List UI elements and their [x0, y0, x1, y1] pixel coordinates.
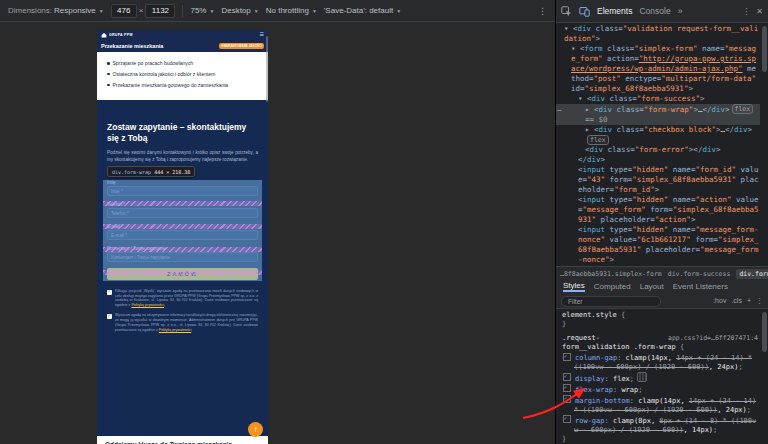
syntax-segment: placeholder=: [596, 215, 655, 224]
syntax-segment: >: [748, 125, 753, 134]
flex-gap-hatch: [103, 270, 262, 275]
property-value[interactable]: flex: [613, 375, 630, 383]
property-enabled-checkbox[interactable]: [563, 395, 571, 403]
css-property[interactable]: margin-bottom: clamp(14px, 14px + (24 - …: [562, 395, 758, 415]
css-selector[interactable]: element.style: [562, 311, 617, 319]
consent-checkbox[interactable]: [107, 314, 112, 319]
syntax-segment: "simplex_68f8aebba5931": [632, 175, 736, 184]
toggle-hover-state[interactable]: :hov: [713, 297, 726, 305]
stylesheet-link[interactable]: app.css?id=…6ff207471:4: [668, 334, 758, 343]
dom-tree-node[interactable]: </div>: [556, 155, 760, 165]
device-type-dropdown[interactable]: Desktop ▼: [221, 6, 258, 15]
device-toolbar: Dimensions: Responsive ▼ × 75% ▼ Desktop…: [0, 0, 555, 22]
syntax-segment: "6c1b661217": [637, 235, 691, 244]
dom-tree-node[interactable]: <input type="hidden" name="message_form-…: [556, 225, 760, 265]
flex-badge[interactable]: flex: [587, 135, 609, 145]
dom-tree-node[interactable]: …▸ <div class="form-wrap">…</div>flex ==…: [556, 104, 760, 125]
tab-elements[interactable]: Elements: [597, 6, 632, 16]
devtools-kebab-icon[interactable]: ⋮: [742, 7, 750, 16]
property-value[interactable]: clamp(8px,: [613, 417, 659, 425]
hero-badge[interactable]: GWARANTOWANE JAKOŚCI: [219, 43, 264, 49]
scroll-to-top-button[interactable]: ↑: [248, 422, 263, 437]
syntax-segment: >: [725, 105, 730, 114]
tab-console[interactable]: Console: [639, 6, 670, 16]
styles-filter-input[interactable]: Filter: [561, 296, 661, 307]
benefit-text: Przekazanie mieszkania gotowego do zamie…: [113, 82, 229, 89]
privacy-policy-link[interactable]: Polityką prywatności: [131, 303, 164, 307]
dom-tree-node[interactable]: ▸ <div class="checkbox block">…</div>fle…: [556, 125, 760, 146]
property-enabled-checkbox[interactable]: [563, 373, 571, 381]
css-property[interactable]: column-gap: clamp(14px, 14px + (24 - 14)…: [562, 352, 758, 372]
more-tabs-chevron[interactable]: »: [678, 6, 683, 16]
elements-tree: ▾ <div class="validation request-form__v…: [556, 22, 760, 268]
dimensions-mode-dropdown[interactable]: Dimensions: Responsive ▼: [8, 6, 104, 15]
dom-tree-node[interactable]: ▾ <form class="simplex-form" name="messa…: [556, 44, 760, 94]
css-property[interactable]: display: flex;: [562, 372, 758, 384]
semicolon: ;: [747, 406, 751, 414]
new-style-rule-button[interactable]: +: [747, 297, 751, 305]
flex-badge[interactable]: flex: [732, 104, 754, 114]
menu-icon[interactable]: ☰: [260, 32, 264, 37]
save-data-dropdown[interactable]: 'Save-Data': default ▼: [324, 6, 401, 15]
toggle-classes[interactable]: .cls: [731, 297, 742, 305]
devtools-tabbar: Elements Console » ⋮ ✕: [556, 0, 768, 23]
css-rule: app.css?id=…6ff207471:4.request-form__va…: [562, 334, 758, 444]
benefit-text: Ostateczna kontrola jakości i odbiór z k…: [113, 71, 216, 78]
styles-kebab-icon[interactable]: ⋮: [756, 297, 763, 305]
tab-event-listeners[interactable]: Event Listeners: [673, 282, 728, 291]
consent-row: Klikając przycisk „Wyślij”, wyrażam zgod…: [107, 289, 258, 308]
property-enabled-checkbox[interactable]: [563, 353, 571, 361]
property-name[interactable]: margin-bottom: [575, 397, 630, 405]
viewport-width-input[interactable]: [111, 4, 137, 18]
flex-editor-icon[interactable]: [637, 372, 647, 382]
benefit-item: Przekazanie mieszkania gotowego do zamie…: [107, 82, 260, 89]
inspect-element-icon[interactable]: [561, 6, 572, 17]
property-name[interactable]: row-gap: [575, 417, 605, 425]
dom-tree-node[interactable]: <div class="form-error"></div>: [556, 145, 760, 155]
page-scrollbar[interactable]: [266, 36, 268, 102]
dom-tree-node[interactable]: <input type="hidden" name="action" value…: [556, 195, 760, 225]
consent-checkbox[interactable]: [107, 290, 112, 295]
syntax-segment: >: [655, 185, 660, 194]
property-value[interactable]: , 14px): [684, 426, 714, 434]
syntax-segment: name=: [668, 195, 695, 204]
breadcrumb-item[interactable]: …8f8aebba5931.simplex-form: [560, 270, 662, 278]
styles-scrollbar-thumb[interactable]: [762, 312, 767, 352]
property-value[interactable]: clamp(14px,: [626, 354, 677, 362]
device-toolbar-kebab-icon[interactable]: ⋮: [538, 6, 547, 16]
syntax-segment: class=: [612, 125, 644, 134]
zoom-dropdown[interactable]: 75% ▼: [190, 6, 214, 15]
tab-layout[interactable]: Layout: [640, 282, 664, 291]
breadcrumb-item-selected[interactable]: div.form-wrap: [736, 269, 768, 279]
property-name[interactable]: column-gap: [575, 354, 617, 362]
property-enabled-checkbox[interactable]: [563, 384, 571, 392]
property-name[interactable]: display: [575, 375, 605, 383]
css-property[interactable]: row-gap: clamp(8px, 8px + (14 - 8) * ((1…: [562, 415, 758, 435]
dom-tree-node[interactable]: <input type="hidden" name="form_id" valu…: [556, 165, 760, 195]
dom-tree-node[interactable]: ▾ <div class="validation request-form__v…: [556, 24, 760, 44]
property-value[interactable]: , 24px): [709, 363, 739, 371]
semicolon: ;: [630, 375, 634, 383]
syntax-segment: form=: [646, 205, 673, 214]
privacy-policy-link[interactable]: Polityką prywatności: [159, 328, 192, 332]
syntax-segment: div: [599, 105, 613, 114]
elements-scrollbar-thumb[interactable]: [762, 26, 767, 72]
css-selector[interactable]: .request-form__validation .form-wrap: [562, 334, 676, 351]
toggle-device-toolbar-icon[interactable]: [579, 6, 590, 17]
syntax-segment: input: [583, 225, 606, 234]
syntax-segment: >: [610, 255, 615, 264]
devtools-close-icon[interactable]: ✕: [756, 7, 763, 16]
viewport-height-input[interactable]: [145, 4, 175, 18]
tab-computed[interactable]: Computed: [594, 282, 631, 291]
property-value[interactable]: wrap: [621, 386, 638, 394]
dom-tree-node[interactable]: ▾ <div class="form-success">: [556, 94, 760, 104]
breadcrumb-item[interactable]: div.form-success: [668, 270, 731, 278]
tab-styles[interactable]: Styles: [563, 281, 585, 292]
property-name[interactable]: flex-wrap: [575, 386, 613, 394]
throttling-dropdown[interactable]: No throttling ▼: [266, 6, 317, 15]
property-value[interactable]: , 24px): [717, 406, 747, 414]
property-value[interactable]: clamp(14px,: [638, 397, 689, 405]
css-property[interactable]: flex-wrap: wrap;: [562, 384, 758, 395]
syntax-segment: == $0: [585, 115, 608, 124]
property-enabled-checkbox[interactable]: [563, 415, 571, 423]
